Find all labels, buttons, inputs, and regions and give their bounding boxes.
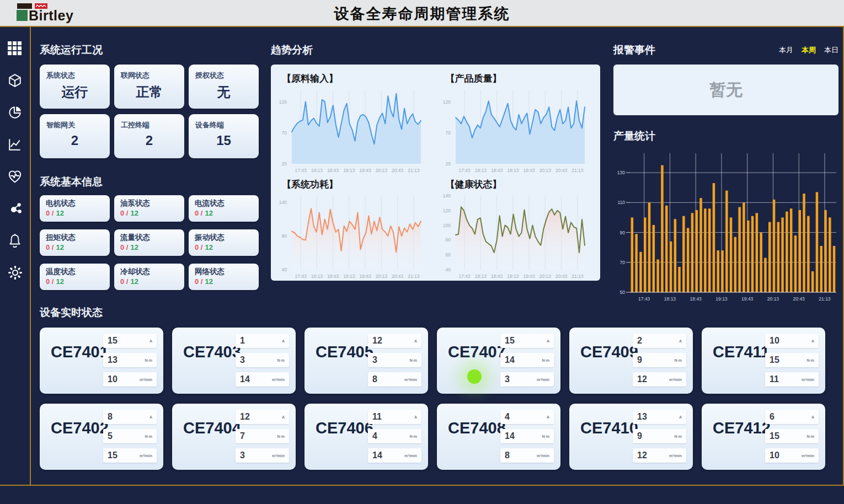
device-card[interactable]: CE7405 12 A 3 N·m 8 m³/min: [305, 328, 428, 394]
status-card-label: 设备终端: [195, 120, 252, 130]
device-name: CE7404: [183, 419, 241, 437]
section-title-alarm: 报警事件: [613, 43, 655, 57]
device-current-pill: 4 A: [500, 410, 554, 424]
section-alarm-events: 报警事件 本月 本周 本日 暂无: [613, 43, 838, 115]
svg-text:90: 90: [282, 233, 287, 239]
device-name: CE7409: [580, 343, 638, 361]
gear-icon[interactable]: [7, 264, 23, 281]
svg-text:19:13: 19:13: [343, 168, 355, 173]
device-torque-value: 13: [108, 355, 117, 365]
svg-text:130: 130: [617, 170, 625, 175]
info-total-count: 12: [56, 209, 63, 217]
device-current-value: 12: [240, 412, 250, 422]
section-title-trend: 趋势分析: [271, 43, 600, 57]
device-current-unit: A: [282, 415, 285, 419]
info-card-label: 流量状态: [120, 233, 178, 243]
svg-text:18:43: 18:43: [327, 274, 339, 279]
device-current-unit: A: [547, 415, 549, 419]
info-card-label: 冷却状态: [120, 267, 178, 277]
device-card[interactable]: CE7411 10 A 15 N·m 11 m³/min: [702, 328, 825, 394]
page-title: 设备全寿命周期管理系统: [0, 4, 844, 24]
device-card[interactable]: CE7402 8 A 5 N·m 15 m³/min: [40, 404, 163, 470]
device-card[interactable]: CE7408 4 A 14 N·m 8 m³/min: [437, 404, 560, 470]
alarm-tab[interactable]: 本周: [802, 45, 816, 55]
svg-text:40: 40: [282, 267, 287, 272]
device-flow-unit: m³/min: [272, 454, 285, 458]
info-fault-count: 0 /: [195, 277, 202, 286]
health-pulse-icon[interactable]: [7, 168, 23, 185]
device-card[interactable]: CE7404 12 A 7 N·m 3 m³/min: [172, 404, 296, 470]
device-current-pill: 13 A: [633, 410, 686, 424]
device-torque-pill: 7 N·m: [236, 429, 289, 443]
line-chart-icon[interactable]: [7, 136, 23, 153]
svg-text:19:43: 19:43: [523, 274, 535, 279]
device-torque-value: 7: [240, 431, 245, 441]
device-flow-pill: 14 m³/min: [368, 448, 421, 463]
device-values: 12 A 3 N·m 8 m³/min: [368, 334, 421, 387]
alarm-tab[interactable]: 本月: [779, 45, 793, 55]
info-card-value: 0 /12: [46, 277, 104, 286]
device-flow-unit: m³/min: [140, 454, 152, 458]
device-current-value: 2: [637, 336, 642, 346]
info-fault-count: 0 /: [195, 209, 202, 217]
status-card: 授权状态 无: [189, 65, 259, 109]
cube-icon[interactable]: [7, 72, 23, 89]
info-card-label: 油泵状态: [120, 199, 178, 208]
device-flow-pill: 8 m³/min: [368, 372, 421, 387]
device-name: CE7405: [316, 343, 373, 361]
device-values: 15 A 14 N·m 3 m³/min: [500, 334, 554, 387]
info-card-value: 0 /12: [46, 243, 104, 251]
device-current-pill: 1 A: [236, 334, 289, 348]
device-current-pill: 11 A: [368, 410, 421, 424]
svg-text:18:13: 18:13: [474, 274, 487, 279]
status-card: 系统状态 运行: [40, 65, 110, 109]
device-card[interactable]: CE7412 6 A 15 N·m 10 m³/min: [702, 404, 825, 470]
device-torque-unit: N·m: [409, 435, 417, 438]
device-flow-value: 3: [505, 374, 510, 384]
device-torque-unit: N·m: [806, 358, 814, 362]
status-card-value: 2: [46, 133, 103, 148]
info-card-label: 电机状态: [46, 199, 104, 208]
device-card[interactable]: CE7410 13 A 9 N·m 12 m³/min: [569, 404, 693, 470]
health-status-line-chart: 17:4318:1318:4319:1319:4320:1320:4321:13…: [440, 191, 595, 281]
device-flow-unit: m³/min: [537, 378, 549, 382]
status-card-value: 运行: [46, 83, 103, 101]
svg-text:120: 120: [279, 99, 287, 105]
device-flow-unit: m³/min: [140, 378, 152, 382]
device-flow-pill: 12 m³/min: [633, 448, 686, 463]
device-current-pill: 12 A: [368, 334, 421, 348]
device-card[interactable]: CE7403 1 A 3 N·m 14 m³/min: [172, 328, 296, 394]
bell-icon[interactable]: [7, 232, 23, 249]
svg-text:19:43: 19:43: [359, 274, 371, 279]
device-flow-pill: 11 m³/min: [765, 372, 819, 387]
info-card-value: 0 /12: [46, 209, 104, 217]
device-card[interactable]: CE7406 11 A 4 N·m 14 m³/min: [305, 404, 428, 470]
apps-grid-icon[interactable]: [7, 40, 23, 57]
device-current-unit: A: [679, 339, 682, 343]
device-current-pill: 12 A: [236, 410, 289, 424]
device-card[interactable]: CE7409 2 A 9 N·m 12 m³/min: [569, 328, 693, 394]
info-total-count: 12: [205, 243, 212, 251]
dashboard-app: Birtley 设备全寿命周期管理系统 系统运行工况 系统状态 运行 联网状态 …: [0, 0, 844, 504]
device-card[interactable]: CE7401 15 A 13 N·m 10 m³/min: [40, 328, 163, 394]
section-system-info: 系统基本信息 电机状态 0 /12 油泵状态 0 /12 电流状态 0 /12 …: [40, 175, 266, 290]
info-total-count: 12: [130, 277, 138, 286]
svg-text:19:43: 19:43: [359, 168, 371, 173]
device-flow-value: 14: [240, 374, 250, 384]
info-fault-count: 0 /: [46, 243, 54, 251]
alarm-tab[interactable]: 本日: [824, 45, 838, 55]
info-card: 电机状态 0 /12: [40, 195, 110, 222]
device-flow-value: 10: [108, 374, 117, 384]
app-header: Birtley 设备全寿命周期管理系统: [0, 0, 844, 26]
pie-chart-icon[interactable]: [7, 104, 23, 121]
device-name: CE7406: [316, 419, 373, 437]
device-flow-unit: m³/min: [404, 378, 417, 382]
molecule-icon[interactable]: [7, 200, 23, 217]
svg-text:80: 80: [445, 237, 451, 243]
device-flow-unit: m³/min: [272, 378, 285, 382]
device-card[interactable]: CE7407 15 A 14 N·m 3 m³/min: [437, 328, 560, 394]
device-torque-value: 3: [372, 355, 377, 365]
device-current-pill: 15 A: [103, 334, 157, 348]
device-flow-pill: 10 m³/min: [103, 372, 157, 387]
info-card-value: 0 /12: [120, 209, 178, 217]
